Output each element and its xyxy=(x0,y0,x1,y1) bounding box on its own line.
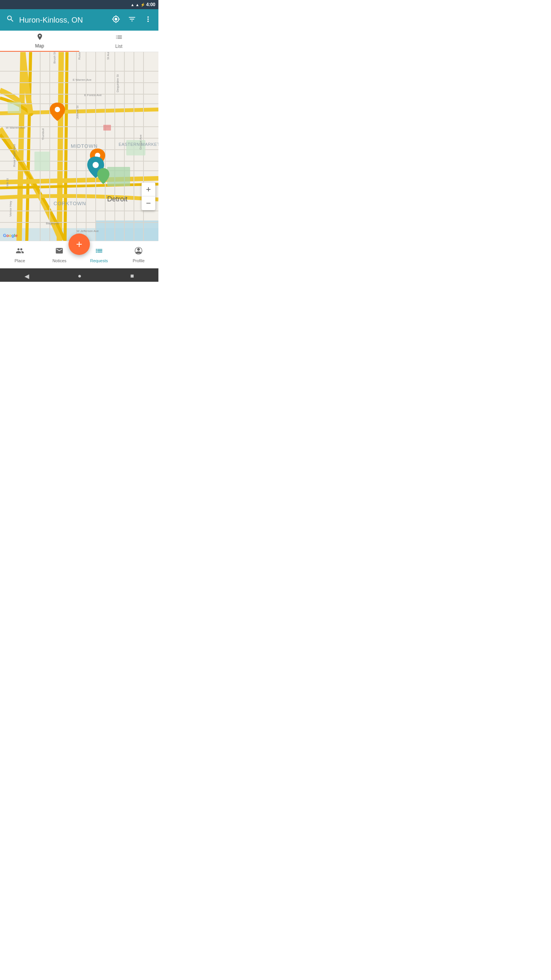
nav-requests-label: Requests xyxy=(90,258,108,263)
svg-rect-27 xyxy=(8,102,21,113)
zoom-in-button[interactable]: + xyxy=(142,183,155,196)
status-icons: ▲ ▲ ⚡ 4:00 xyxy=(130,2,155,7)
nav-profile-label: Profile xyxy=(133,258,145,263)
svg-text:CORKTOWN: CORKTOWN xyxy=(54,201,86,206)
svg-text:St Aubin St: St Aubin St xyxy=(106,52,110,60)
svg-text:Vernor Hwy: Vernor Hwy xyxy=(9,201,12,217)
map-svg: Brush St Russell St St Aubin St E Warren… xyxy=(0,52,158,241)
svg-text:Dequindre St: Dequindre St xyxy=(116,74,119,92)
home-button[interactable]: ● xyxy=(78,273,82,279)
zoom-controls: + − xyxy=(142,183,155,210)
svg-text:EASTERN MARKET: EASTERN MARKET xyxy=(119,142,158,147)
nav-profile[interactable]: Profile xyxy=(119,241,159,268)
svg-text:Detroit: Detroit xyxy=(107,195,127,203)
profile-icon xyxy=(134,247,143,257)
notices-icon xyxy=(55,247,64,257)
signal-icon: ▲ xyxy=(135,3,139,7)
svg-point-53 xyxy=(93,162,99,168)
google-g2: g xyxy=(11,233,14,238)
requests-icon xyxy=(95,247,103,257)
status-bar: ▲ ▲ ⚡ 4:00 xyxy=(0,0,158,9)
list-icon xyxy=(115,33,123,43)
svg-rect-28 xyxy=(103,125,111,131)
svg-text:W Jefferson Ave: W Jefferson Ave xyxy=(77,229,99,233)
nav-notices-label: Notices xyxy=(52,258,67,263)
more-options-icon[interactable] xyxy=(144,15,152,25)
svg-text:Rosa Parks Blvd: Rosa Parks Blvd xyxy=(13,144,16,167)
recents-button[interactable]: ■ xyxy=(130,273,134,279)
svg-point-49 xyxy=(55,107,60,112)
svg-text:Brush St: Brush St xyxy=(53,52,56,64)
google-g: G xyxy=(3,233,7,238)
zoom-out-button[interactable]: − xyxy=(142,196,155,210)
filter-icon[interactable] xyxy=(128,15,136,25)
nav-place-label: Place xyxy=(15,258,25,263)
svg-text:E Forest Ave: E Forest Ave xyxy=(84,93,102,97)
svg-text:Trumbull: Trumbull xyxy=(41,128,45,140)
google-e: e xyxy=(15,233,18,238)
location-icon[interactable] xyxy=(112,15,120,25)
svg-text:Russell St: Russell St xyxy=(78,52,81,60)
place-icon xyxy=(16,247,24,257)
svg-text:MIDTOWN: MIDTOWN xyxy=(71,143,98,149)
svg-rect-24 xyxy=(34,152,50,171)
app-bar: Huron-Kinloss, ON xyxy=(0,9,158,31)
back-button[interactable]: ◀ xyxy=(24,273,29,280)
svg-text:E Warren Ave: E Warren Ave xyxy=(73,78,91,82)
svg-text:John R St: John R St xyxy=(76,105,79,119)
svg-rect-56 xyxy=(96,252,97,253)
wifi-icon: ▲ xyxy=(130,3,134,7)
svg-text:Bagley St: Bagley St xyxy=(46,222,59,225)
bottom-nav: Place Notices + Requests xyxy=(0,241,158,268)
system-nav-bar: ◀ ● ■ xyxy=(0,268,158,282)
svg-text:W Warren Ave: W Warren Ave xyxy=(6,126,26,129)
nav-place[interactable]: Place xyxy=(0,241,40,268)
tab-list-label: List xyxy=(115,44,122,49)
fab-button[interactable]: + xyxy=(68,234,90,255)
google-logo: Google xyxy=(3,233,18,238)
tab-bar: Map List xyxy=(0,31,158,52)
tab-list[interactable]: List xyxy=(79,31,158,52)
map-pin-icon xyxy=(36,33,44,42)
svg-rect-55 xyxy=(96,250,97,251)
svg-rect-26 xyxy=(107,167,130,186)
fab-add-icon: + xyxy=(76,239,82,250)
tab-map-label: Map xyxy=(35,43,44,49)
svg-text:74th St: 74th St xyxy=(6,178,9,188)
search-icon[interactable] xyxy=(6,15,15,25)
map-container[interactable]: Brush St Russell St St Aubin St E Warren… xyxy=(0,52,158,241)
clock: 4:00 xyxy=(146,2,155,7)
battery-icon: ⚡ xyxy=(140,3,145,7)
tab-map[interactable]: Map xyxy=(0,31,79,52)
app-title: Huron-Kinloss, ON xyxy=(19,16,104,24)
svg-rect-54 xyxy=(96,249,97,250)
